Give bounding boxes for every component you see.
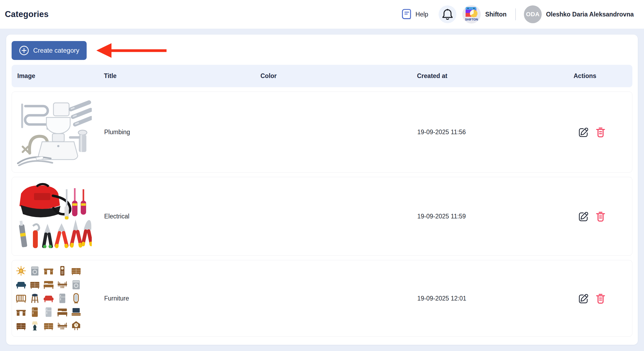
create-category-label: Create category [33, 47, 79, 54]
notifications-button[interactable] [439, 5, 456, 23]
category-image-plumbing [12, 95, 104, 169]
table-header: Image Title Color Created at Actions [12, 65, 632, 87]
brand-block[interactable]: SHIFTON Shifton [462, 5, 507, 23]
delete-button[interactable] [595, 210, 606, 222]
user-menu[interactable]: ODA Oleshko Daria Aleksandrovna [524, 5, 634, 23]
brand-name: Shifton [485, 11, 507, 18]
category-title: Furniture [104, 295, 261, 302]
category-title: Electrical [104, 213, 261, 220]
column-created-at: Created at [417, 72, 574, 80]
svg-text:SHIFTON: SHIFTON [465, 18, 478, 21]
edit-button[interactable] [577, 292, 589, 305]
top-bar: Categories Help [0, 0, 644, 29]
help-label: Help [415, 11, 428, 18]
create-category-button[interactable]: Create category [12, 41, 87, 60]
category-title: Plumbing [104, 129, 261, 136]
help-button[interactable]: Help [402, 9, 428, 20]
brand-logo: SHIFTON [462, 5, 481, 23]
edit-button[interactable] [577, 210, 589, 222]
category-created-at: 19-09-2025 12:01 [417, 295, 574, 302]
delete-button[interactable] [595, 126, 606, 138]
category-created-at: 19-09-2025 11:56 [417, 129, 574, 136]
categories-panel: Create category Image Title Color Create… [6, 35, 638, 345]
column-title: Title [104, 72, 260, 80]
table-row: Electrical 19-09-2025 11:59 [12, 177, 632, 256]
divider [515, 8, 516, 20]
table-row: Plumbing 19-09-2025 11:56 [12, 92, 632, 173]
category-image-electrical [12, 177, 104, 255]
column-color: Color [260, 72, 417, 80]
table-row: Furniture 19-09-2025 12:01 [12, 260, 632, 337]
category-image-furniture [12, 260, 104, 336]
plus-circle-icon [19, 45, 29, 56]
edit-button[interactable] [577, 126, 589, 138]
top-right-cluster: Help SHIFT [402, 5, 634, 23]
user-avatar: ODA [524, 5, 542, 23]
annotation-arrow [95, 42, 168, 59]
user-name: Oleshko Daria Aleksandrovna [546, 11, 634, 18]
help-icon [402, 9, 412, 20]
toolbar: Create category [12, 41, 632, 60]
category-created-at: 19-09-2025 11:59 [417, 213, 574, 220]
bell-icon [442, 8, 453, 20]
column-actions: Actions [574, 72, 632, 80]
page-title: Categories [5, 9, 49, 19]
column-image: Image [12, 72, 104, 80]
delete-button[interactable] [595, 292, 606, 305]
